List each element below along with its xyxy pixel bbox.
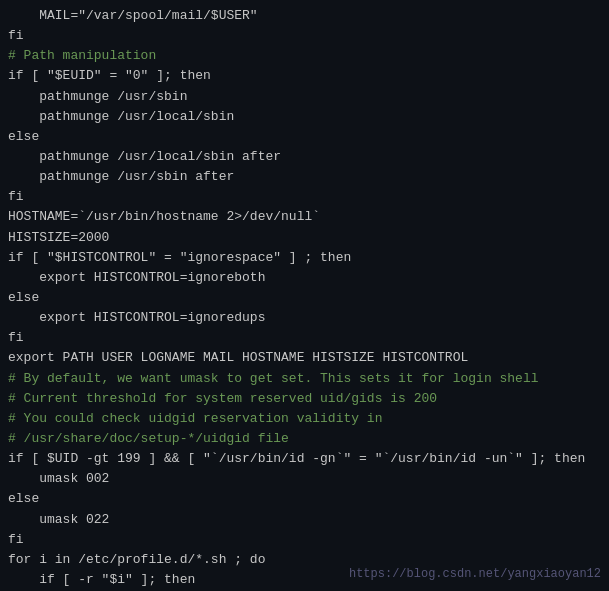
code-line: fi: [8, 530, 601, 550]
code-line: fi: [8, 187, 601, 207]
code-line: MAIL="/var/spool/mail/$USER": [8, 6, 601, 26]
code-line: export HISTCONTROL=ignoredups: [8, 308, 601, 328]
code-line: # You could check uidgid reservation val…: [8, 409, 601, 429]
code-line: fi: [8, 26, 601, 46]
code-line: # /usr/share/doc/setup-*/uidgid file: [8, 429, 601, 449]
code-line: else: [8, 489, 601, 509]
watermark: https://blog.csdn.net/yangxiaoyan12: [349, 565, 601, 583]
code-line: pathmunge /usr/sbin after: [8, 167, 601, 187]
code-line: # Current threshold for system reserved …: [8, 389, 601, 409]
code-content: MAIL="/var/spool/mail/$USER"fi# Path man…: [8, 6, 601, 591]
code-editor: MAIL="/var/spool/mail/$USER"fi# Path man…: [0, 0, 609, 591]
code-line: umask 002: [8, 469, 601, 489]
code-line: if [ "$EUID" = "0" ]; then: [8, 66, 601, 86]
code-line: else: [8, 127, 601, 147]
code-line: export HISTCONTROL=ignoreboth: [8, 268, 601, 288]
code-line: fi: [8, 328, 601, 348]
code-line: pathmunge /usr/local/sbin after: [8, 147, 601, 167]
code-line: else: [8, 288, 601, 308]
code-line: HISTSIZE=2000: [8, 228, 601, 248]
code-line: if [ $UID -gt 199 ] && [ "`/usr/bin/id -…: [8, 449, 601, 469]
code-line: if [ "$HISTCONTROL" = "ignorespace" ] ; …: [8, 248, 601, 268]
code-line: pathmunge /usr/sbin: [8, 87, 601, 107]
code-line: export PATH USER LOGNAME MAIL HOSTNAME H…: [8, 348, 601, 368]
code-line: umask 022: [8, 510, 601, 530]
code-line: # Path manipulation: [8, 46, 601, 66]
code-line: pathmunge /usr/local/sbin: [8, 107, 601, 127]
code-line: HOSTNAME=`/usr/bin/hostname 2>/dev/null`: [8, 207, 601, 227]
code-line: # By default, we want umask to get set. …: [8, 369, 601, 389]
